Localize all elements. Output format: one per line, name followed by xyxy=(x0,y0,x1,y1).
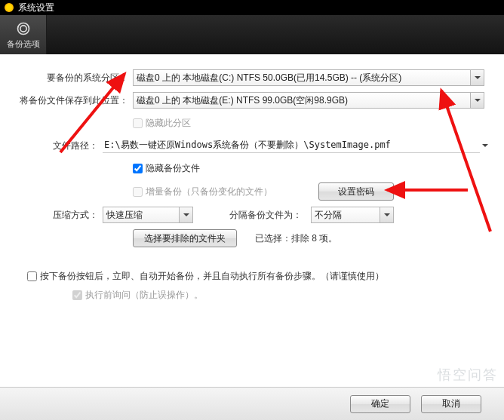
source-partition-value: 磁盘0 上的 本地磁盘(C:) NTFS 50.0GB(已用14.5GB) --… xyxy=(137,72,401,84)
hide-partition-text: 隐藏此分区 xyxy=(146,117,191,130)
confirm-before-checkbox[interactable]: 执行前询问（防止误操作）。 xyxy=(72,289,490,302)
compress-select[interactable]: 快速压缩 xyxy=(103,207,193,223)
incremental-input[interactable] xyxy=(133,187,143,197)
watermark: 悟空问答 xyxy=(438,366,498,384)
target-location-value: 磁盘0 上的 本地磁盘(E:) NTFS 99.0GB(空闲98.9GB) xyxy=(137,94,348,107)
hide-partition-input[interactable] xyxy=(133,118,143,128)
auto-backup-input[interactable] xyxy=(27,271,37,281)
tab-label: 备份选项 xyxy=(7,38,40,50)
set-password-button[interactable]: 设置密码 xyxy=(318,182,394,201)
compress-value: 快速压缩 xyxy=(106,209,143,222)
tab-bar: 备份选项 xyxy=(0,15,504,54)
auto-backup-text: 按下备份按钮后，立即、自动开始备份，并且自动执行所有备份步骤。（请谨慎使用） xyxy=(40,270,384,283)
target-location-select[interactable]: 磁盘0 上的 本地磁盘(E:) NTFS 99.0GB(空闲98.9GB) xyxy=(133,92,484,109)
dropdown-arrow-icon xyxy=(380,207,393,222)
titlebar: 系统设置 xyxy=(0,0,504,15)
split-label: 分隔备份文件为： xyxy=(229,209,302,222)
auto-backup-checkbox[interactable]: 按下备份按钮后，立即、自动开始备份，并且自动执行所有备份步骤。（请谨慎使用） xyxy=(27,270,490,283)
incremental-checkbox[interactable]: 增量备份（只备份变化的文件） xyxy=(133,185,272,198)
tab-backup-options[interactable]: 备份选项 xyxy=(0,15,47,54)
dialog-footer: 确定 取消 xyxy=(0,387,504,420)
hide-partition-checkbox[interactable]: 隐藏此分区 xyxy=(133,117,191,130)
content-area: 要备份的系统分区： 磁盘0 上的 本地磁盘(C:) NTFS 50.0GB(已用… xyxy=(0,54,504,386)
hide-backup-checkbox[interactable]: 隐藏备份文件 xyxy=(133,162,200,175)
filepath-input[interactable] xyxy=(103,138,480,153)
dropdown-arrow-icon xyxy=(179,207,192,222)
source-partition-select[interactable]: 磁盘0 上的 本地磁盘(C:) NTFS 50.0GB(已用14.5GB) --… xyxy=(133,69,484,86)
ok-button[interactable]: 确定 xyxy=(350,395,410,413)
dropdown-arrow-icon xyxy=(470,93,484,108)
exclude-folders-button[interactable]: 选择要排除的文件夹 xyxy=(133,229,237,247)
target-location-label: 将备份文件保存到此位置： xyxy=(14,94,133,107)
backup-icon xyxy=(15,20,32,37)
hide-backup-input[interactable] xyxy=(133,164,143,173)
app-icon xyxy=(5,3,14,12)
confirm-before-text: 执行前询问（防止误操作）。 xyxy=(85,289,203,302)
dropdown-arrow-icon[interactable] xyxy=(480,144,490,147)
cancel-button[interactable]: 取消 xyxy=(421,395,481,413)
compress-label: 压缩方式： xyxy=(14,209,103,222)
source-partition-label: 要备份的系统分区： xyxy=(14,72,133,84)
split-select[interactable]: 不分隔 xyxy=(311,207,394,223)
filepath-label: 文件路径： xyxy=(14,139,103,152)
hide-backup-text: 隐藏备份文件 xyxy=(146,162,200,175)
exclude-status-text: 已选择：排除 8 项。 xyxy=(255,232,337,245)
dropdown-arrow-icon xyxy=(470,70,484,85)
incremental-text: 增量备份（只备份变化的文件） xyxy=(146,185,272,198)
svg-point-0 xyxy=(17,23,29,34)
window-title: 系统设置 xyxy=(18,2,54,14)
split-value: 不分隔 xyxy=(315,209,342,222)
confirm-before-input[interactable] xyxy=(72,290,82,300)
